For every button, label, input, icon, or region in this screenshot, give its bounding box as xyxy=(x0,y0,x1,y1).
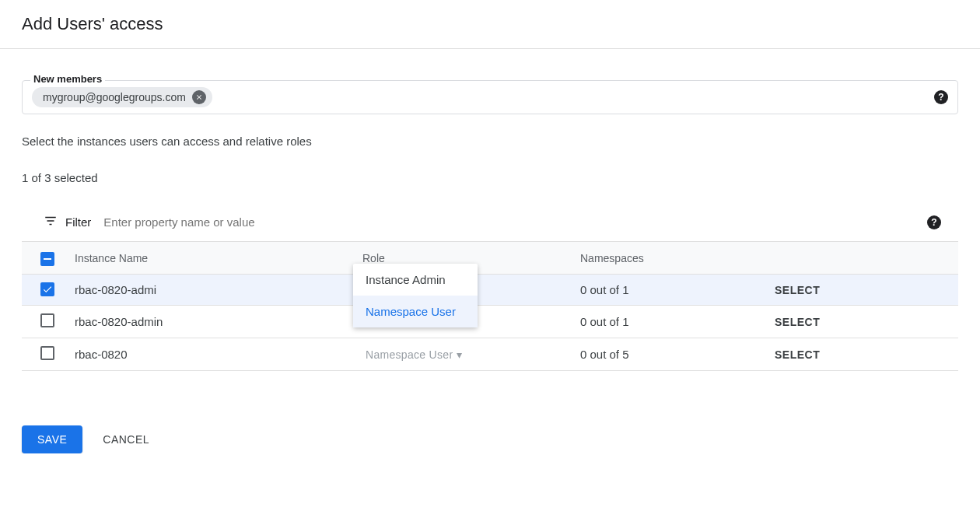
instances-table: Instance Name Role Namespaces rbac-0820-… xyxy=(22,241,958,371)
member-chip: mygroup@googlegroups.com xyxy=(32,87,212,107)
select-button[interactable]: SELECT xyxy=(775,316,820,328)
description-text: Select the instances users can access an… xyxy=(22,135,958,148)
page-title: Add Users' access xyxy=(0,0,980,49)
table-row[interactable]: rbac-0820-admin 0 out of 1 SELECT xyxy=(22,306,958,338)
role-option-namespace-user[interactable]: Namespace User xyxy=(353,296,478,327)
role-dropdown-menu: Instance Admin Namespace User xyxy=(353,264,478,327)
row-checkbox[interactable] xyxy=(40,282,54,296)
member-chip-text: mygroup@googlegroups.com xyxy=(43,91,186,103)
instance-name: rbac-0820 xyxy=(65,338,353,371)
selection-count: 1 of 3 selected xyxy=(22,171,958,184)
filter-bar: Filter ? xyxy=(22,203,958,241)
new-members-field[interactable]: New members mygroup@googlegroups.com ? xyxy=(22,80,958,114)
row-checkbox[interactable] xyxy=(40,346,54,360)
filter-input[interactable] xyxy=(103,215,927,229)
role-option-instance-admin[interactable]: Instance Admin xyxy=(353,264,478,296)
table-row[interactable]: rbac-0820-admi Instance Admin Namespace … xyxy=(22,275,958,306)
filter-label: Filter xyxy=(65,215,91,229)
close-icon[interactable] xyxy=(192,90,206,104)
select-button[interactable]: SELECT xyxy=(775,284,820,296)
namespaces-value: 0 out of 1 xyxy=(571,275,765,306)
help-icon[interactable]: ? xyxy=(927,215,941,229)
instance-name: rbac-0820-admin xyxy=(65,306,353,338)
select-all-checkbox[interactable] xyxy=(40,252,54,266)
namespaces-value: 0 out of 1 xyxy=(571,306,765,338)
cancel-button[interactable]: CANCEL xyxy=(103,433,149,446)
row-checkbox[interactable] xyxy=(40,313,54,327)
role-value-truncated: Namespace User ▾ xyxy=(362,348,462,361)
save-button[interactable]: SAVE xyxy=(22,425,82,453)
col-header-namespaces[interactable]: Namespaces xyxy=(571,242,765,275)
select-button[interactable]: SELECT xyxy=(775,348,820,361)
table-row[interactable]: rbac-0820 Namespace User ▾ 0 out of 5 SE… xyxy=(22,338,958,371)
role-cell[interactable]: Instance Admin Namespace User xyxy=(353,275,571,306)
instance-name: rbac-0820-admi xyxy=(65,275,353,306)
help-icon[interactable]: ? xyxy=(934,90,948,104)
col-header-instance[interactable]: Instance Name xyxy=(65,242,353,275)
filter-icon xyxy=(44,214,58,230)
role-cell[interactable]: Namespace User ▾ xyxy=(353,338,571,371)
namespaces-value: 0 out of 5 xyxy=(571,338,765,371)
new-members-label: New members xyxy=(30,73,105,85)
